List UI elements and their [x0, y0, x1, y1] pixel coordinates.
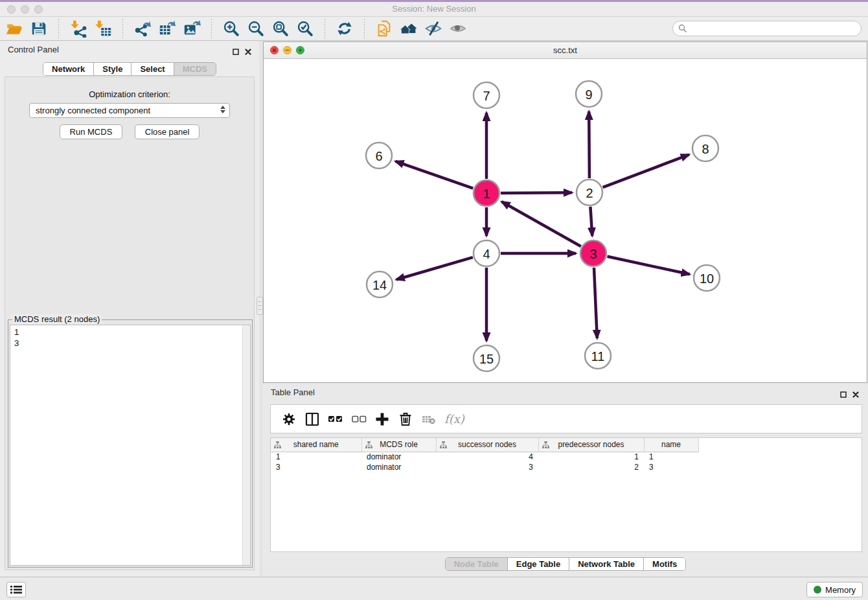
export-table-icon[interactable]	[157, 19, 177, 38]
search-icon	[678, 24, 687, 33]
close-panel-icon[interactable]	[245, 46, 251, 58]
open-folder-icon[interactable]	[5, 19, 24, 38]
graph-node-15[interactable]: 15	[474, 345, 499, 371]
duplicate-network-icon[interactable]	[374, 19, 394, 38]
tab-select[interactable]: Select	[131, 63, 173, 75]
column-header-predecessor-nodes[interactable]: predecessor nodes	[538, 438, 644, 452]
zoom-fit-icon[interactable]	[271, 19, 290, 38]
hide-eye-icon[interactable]	[424, 19, 443, 38]
search-input[interactable]	[691, 22, 861, 35]
table-cell[interactable]: 1	[644, 452, 698, 462]
show-eye-icon[interactable]	[448, 19, 468, 38]
graph-node-10[interactable]: 10	[694, 265, 720, 291]
table-row[interactable]: 3dominator323	[271, 462, 698, 472]
search-box[interactable]	[672, 21, 862, 36]
tab-motifs[interactable]: Motifs	[643, 558, 685, 570]
task-history-button[interactable]	[6, 582, 26, 597]
splitter-grip[interactable]	[257, 297, 263, 315]
select-all-icon[interactable]	[327, 411, 344, 428]
mcds-result-group: MCDS result (2 nodes) 13	[8, 319, 253, 568]
table-cell[interactable]: 4	[436, 452, 538, 462]
float-panel-icon[interactable]	[233, 46, 239, 58]
zoom-out-icon[interactable]	[246, 19, 266, 38]
graph-edge-3-11[interactable]	[594, 268, 597, 338]
graph-edge-3-10[interactable]	[608, 257, 690, 275]
export-network-icon[interactable]	[133, 19, 152, 38]
column-type-icon	[365, 441, 372, 448]
deselect-all-icon[interactable]	[350, 411, 367, 428]
graph-node-3[interactable]: 3	[580, 240, 606, 266]
function-builder-icon[interactable]: f(x)	[444, 412, 464, 426]
export-image-icon[interactable]	[182, 19, 201, 38]
column-header-shared-name[interactable]: shared name	[271, 438, 361, 452]
mcds-result-line: 1	[14, 327, 246, 338]
tab-network-table[interactable]: Network Table	[569, 558, 643, 570]
graph-edge-4-14[interactable]	[396, 257, 473, 279]
trash-icon[interactable]	[397, 411, 414, 428]
graph-edge-3-1[interactable]	[502, 202, 581, 246]
import-table-icon[interactable]	[93, 19, 113, 38]
table-cell[interactable]: 3	[436, 462, 538, 472]
zoom-selected-icon[interactable]	[295, 19, 315, 38]
scrollbar[interactable]	[242, 325, 250, 565]
float-panel-icon[interactable]	[840, 389, 847, 400]
show-columns-icon[interactable]	[304, 411, 321, 428]
table-cell[interactable]: dominator	[361, 452, 436, 462]
tab-network[interactable]: Network	[43, 63, 93, 75]
graph-edge-2-3[interactable]	[590, 207, 592, 236]
table-row[interactable]: 1dominator411	[271, 452, 698, 462]
run-mcds-button[interactable]: Run MCDS	[60, 124, 123, 139]
toolbar-separator	[325, 19, 325, 38]
zoom-in-icon[interactable]	[222, 19, 241, 38]
optimization-criterion-dropdown[interactable]: strongly connected component	[29, 103, 230, 118]
graph-node-2[interactable]: 2	[577, 179, 602, 205]
graph-node-1[interactable]: 1	[474, 180, 499, 206]
table-toolbar: f(x)	[270, 404, 862, 433]
window-title: Session: New Session	[0, 4, 868, 14]
table-cell[interactable]: 1	[271, 452, 361, 462]
refresh-icon[interactable]	[335, 19, 354, 38]
svg-text:9: 9	[585, 87, 592, 102]
add-column-icon[interactable]	[374, 411, 391, 428]
graph-node-14[interactable]: 14	[367, 271, 393, 297]
save-icon[interactable]	[29, 19, 49, 38]
titlebar: Session: New Session	[0, 0, 868, 17]
graph-edge-1-2[interactable]	[501, 192, 572, 193]
graph-node-7[interactable]: 7	[474, 82, 499, 108]
table-cell[interactable]: 2	[538, 462, 644, 472]
column-header-successor-nodes[interactable]: successor nodes	[436, 438, 538, 452]
graph-node-4[interactable]: 4	[474, 240, 499, 266]
delete-table-icon[interactable]	[420, 411, 437, 428]
graph-node-8[interactable]: 8	[692, 135, 718, 161]
column-header-name[interactable]: name	[644, 438, 698, 452]
table-cell[interactable]: 3	[271, 462, 361, 472]
graph-edge-2-9[interactable]	[589, 111, 589, 178]
graph-node-6[interactable]: 6	[366, 143, 392, 168]
import-network-icon[interactable]	[69, 19, 88, 38]
mcds-result-textarea[interactable]: 13	[10, 325, 251, 566]
close-panel-button[interactable]: Close panel	[135, 124, 200, 139]
close-panel-icon[interactable]	[852, 389, 859, 400]
table-panel-title: Table Panel	[271, 387, 315, 397]
network-canvas[interactable]: 7968124314101511	[264, 59, 867, 382]
table-cell[interactable]: 3	[644, 462, 698, 472]
table-cell[interactable]: 1	[538, 452, 644, 462]
network-window-title: scc.txt	[264, 45, 867, 55]
memory-button[interactable]: Memory	[806, 582, 863, 597]
tab-style[interactable]: Style	[93, 63, 131, 75]
network-window-titlebar[interactable]: scc.txt	[264, 42, 867, 59]
control-panel-header: Control Panel	[0, 41, 259, 59]
graph-edge-2-8[interactable]	[603, 155, 689, 188]
tab-edge-table[interactable]: Edge Table	[507, 558, 569, 570]
table-panel-header: Table Panel	[263, 384, 868, 402]
graph-edge-1-6[interactable]	[396, 161, 474, 189]
gear-icon[interactable]	[280, 411, 297, 428]
tab-mcds[interactable]: MCDS	[174, 63, 216, 75]
graph-node-11[interactable]: 11	[585, 343, 611, 369]
column-header-mcds-role[interactable]: MCDS role	[361, 438, 436, 452]
table-panel-tabs: Node TableEdge TableNetwork TableMotifs	[445, 557, 687, 571]
houses-icon[interactable]	[399, 19, 418, 38]
graph-node-9[interactable]: 9	[576, 81, 602, 107]
tab-node-table[interactable]: Node Table	[446, 558, 507, 570]
table-cell[interactable]: dominator	[361, 462, 436, 472]
